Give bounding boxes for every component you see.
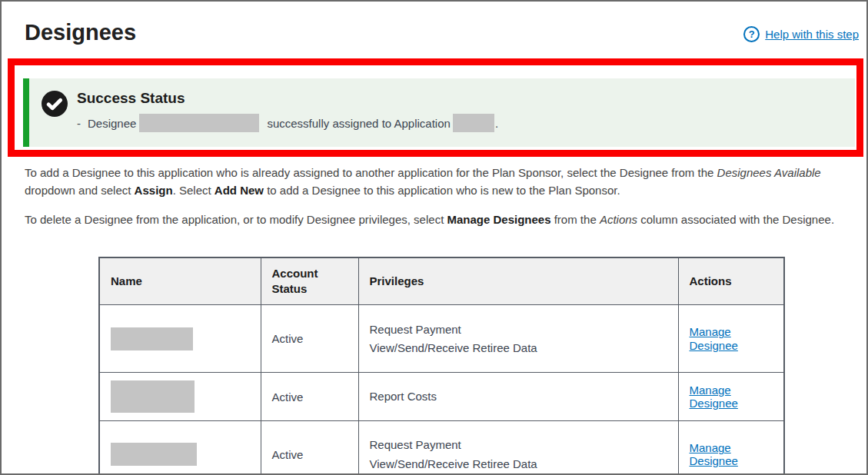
manage-designee-link[interactable]: Manage Designee [690, 325, 773, 352]
question-circle-icon[interactable]: ? [743, 26, 760, 42]
column-header-actions: Actions [678, 257, 784, 305]
privilege-item: Report Costs [370, 389, 667, 404]
instruction-add-designee: To add a Designee to this application wh… [25, 164, 848, 199]
instructions: To add a Designee to this application wh… [2, 164, 866, 229]
text-segment: To add a Designee to this application wh… [25, 166, 717, 179]
privilege-item: Request Payment [370, 322, 667, 337]
account-status-cell: Active [261, 421, 358, 475]
text-segment: to add a Designee to this application wh… [264, 184, 620, 197]
designees-available-italic: Designees Available [717, 166, 821, 179]
column-header-account-status: Account Status [261, 257, 358, 305]
table-header-row: Name Account Status Privileges Actions [99, 257, 784, 305]
success-banner-content: Success Status - Designee successfully a… [77, 90, 498, 132]
privilege-item: View/Send/Receive Retiree Data [370, 340, 667, 356]
text-segment: from the [551, 213, 600, 226]
page-title: Designees [25, 20, 136, 45]
name-cell [99, 305, 261, 373]
page-header: Designees ? Help with this step [2, 2, 866, 45]
page: Designees ? Help with this step Success … [0, 0, 868, 475]
privileges-cell: Report Costs [358, 373, 678, 421]
table-row: Active Report Costs Manage Designee [99, 373, 784, 421]
account-status-cell: Active [261, 305, 358, 373]
name-cell [99, 373, 261, 421]
account-status-cell: Active [261, 373, 358, 421]
success-message: - Designee successfully assigned to Appl… [77, 114, 498, 132]
annotation-highlight: Success Status - Designee successfully a… [8, 58, 863, 157]
actions-cell: Manage Designee [678, 421, 784, 475]
redacted-name [111, 380, 195, 413]
column-header-privileges: Privileges [358, 257, 678, 305]
redacted-name [111, 327, 193, 350]
text-segment: column associated with the Designee. [637, 213, 834, 226]
manage-designees-bold: Manage Designees [447, 213, 550, 226]
redacted-designee-name [139, 114, 259, 132]
redacted-application-id [453, 114, 494, 132]
instruction-delete-designee: To delete a Designee from the applicatio… [25, 211, 848, 229]
list-dash: - [77, 117, 81, 130]
text-segment: dropdown and select [25, 184, 135, 197]
assign-bold: Assign [135, 184, 173, 197]
privilege-item: Request Payment [370, 437, 667, 453]
check-circle-icon [42, 91, 68, 120]
add-new-bold: Add New [215, 184, 264, 197]
success-message-prefix: Designee [88, 117, 136, 130]
manage-designee-link[interactable]: Manage Designee [690, 441, 773, 468]
help-link-label[interactable]: Help with this step [765, 28, 859, 41]
actions-cell: Manage Designee [678, 305, 784, 373]
help-with-this-step-link[interactable]: ? Help with this step [743, 26, 859, 42]
manage-designee-link[interactable]: Manage Designee [690, 384, 773, 410]
table-row: Active Request Payment View/Send/Receive… [99, 421, 784, 475]
success-banner: Success Status - Designee successfully a… [23, 78, 855, 147]
success-message-suffix: . [495, 117, 498, 130]
success-banner-title: Success Status [77, 90, 498, 108]
designees-table: Name Account Status Privileges Actions A… [98, 257, 785, 475]
redacted-name [111, 443, 197, 466]
actions-italic: Actions [600, 213, 637, 226]
privileges-cell: Request Payment View/Send/Receive Retire… [358, 421, 678, 475]
privileges-cell: Request Payment View/Send/Receive Retire… [358, 305, 678, 373]
table-row: Active Request Payment View/Send/Receive… [99, 305, 784, 373]
text-segment: To delete a Designee from the applicatio… [25, 213, 447, 226]
column-header-name: Name [99, 257, 261, 305]
text-segment: . Select [173, 184, 215, 197]
success-message-middle: successfully assigned to Application [267, 117, 450, 130]
privilege-item: View/Send/Receive Retiree Data [370, 457, 667, 472]
actions-cell: Manage Designee [678, 373, 784, 421]
name-cell [99, 421, 261, 475]
